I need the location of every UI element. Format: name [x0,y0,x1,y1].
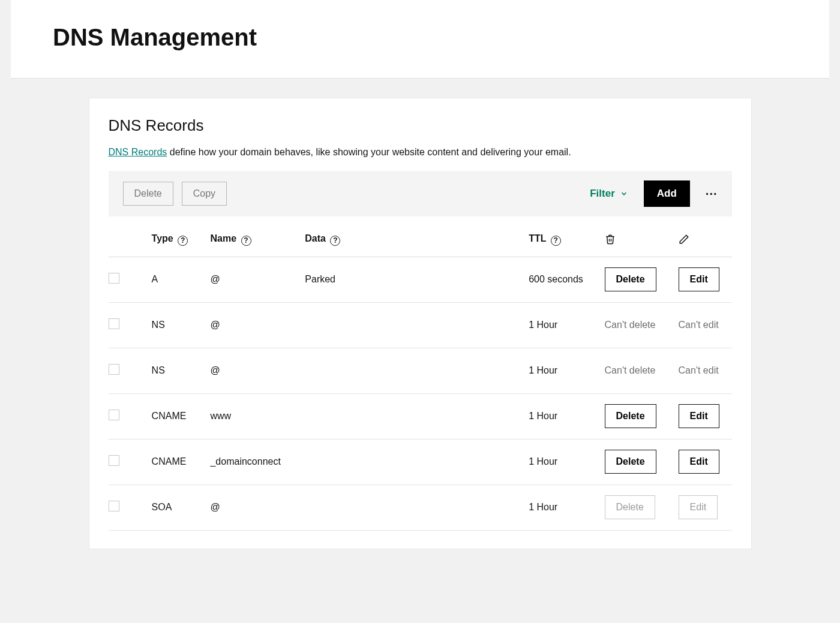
page-title: DNS Management [53,24,829,51]
cell-data [305,302,529,348]
table-row: NS@1 HourCan't deleteCan't edit [109,348,732,393]
pencil-icon [679,234,689,245]
cant-delete-label: Can't delete [605,320,656,330]
cell-name: @ [210,257,305,302]
cell-data [305,484,529,530]
cant-edit-label: Can't edit [679,365,719,375]
edit-row-button[interactable]: Edit [679,450,719,474]
cell-name: _domainconnect [210,439,305,484]
delete-row-button[interactable]: Delete [605,267,656,291]
cell-type: NS [152,348,211,393]
cant-edit-label: Can't edit [679,320,719,330]
cell-name: @ [210,348,305,393]
row-checkbox[interactable] [109,273,119,284]
filter-label: Filter [590,188,615,200]
table-row: CNAMEwww1 HourDeleteEdit [109,393,732,439]
cell-type: CNAME [152,439,211,484]
row-checkbox[interactable] [109,501,119,511]
column-header-name: Name ? [210,227,305,257]
copy-selected-button[interactable]: Copy [182,182,227,206]
help-icon[interactable]: ? [178,236,188,246]
add-record-button[interactable]: Add [644,180,690,207]
help-icon[interactable]: ? [551,236,561,246]
cell-type: NS [152,302,211,348]
section-description-text: define how your domain behaves, like sho… [167,147,571,157]
cell-data [305,393,529,439]
edit-row-button[interactable]: Edit [679,267,719,291]
edit-row-button[interactable]: Edit [679,404,719,428]
cell-ttl: 1 Hour [529,302,604,348]
delete-row-button[interactable]: Delete [605,404,656,428]
cell-type: CNAME [152,393,211,439]
cell-data [305,439,529,484]
dns-records-link[interactable]: DNS Records [109,147,167,157]
cell-ttl: 1 Hour [529,348,604,393]
dns-records-card: DNS Records DNS Records define how your … [89,98,752,549]
dns-records-table: Type ? Name ? Data ? TTL ? [109,227,732,531]
cell-ttl: 600 seconds [529,257,604,302]
help-icon[interactable]: ? [241,236,251,246]
row-checkbox[interactable] [109,410,119,420]
table-row: SOA@1 HourDeleteEdit [109,484,732,530]
column-header-edit [679,227,732,257]
column-header-type: Type ? [152,227,211,257]
filter-button[interactable]: Filter [590,188,628,200]
cell-data: Parked [305,257,529,302]
delete-selected-button[interactable]: Delete [123,182,173,206]
section-description: DNS Records define how your domain behav… [109,147,732,158]
row-checkbox[interactable] [109,455,119,466]
table-header-row: Type ? Name ? Data ? TTL ? [109,227,732,257]
row-checkbox[interactable] [109,318,119,329]
delete-row-button: Delete [605,495,655,519]
cell-ttl: 1 Hour [529,484,604,530]
cell-name: www [210,393,305,439]
more-menu-button[interactable]: ··· [706,187,718,201]
delete-row-button[interactable]: Delete [605,450,656,474]
column-header-delete [605,227,679,257]
table-row: CNAME_domainconnect1 HourDeleteEdit [109,439,732,484]
page-header: DNS Management [11,0,829,79]
cell-ttl: 1 Hour [529,439,604,484]
section-title: DNS Records [109,116,732,135]
column-header-ttl: TTL ? [529,227,604,257]
row-checkbox[interactable] [109,364,119,375]
cell-type: A [152,257,211,302]
cell-data [305,348,529,393]
column-header-data: Data ? [305,227,529,257]
table-row: NS@1 HourCan't deleteCan't edit [109,302,732,348]
cell-name: @ [210,484,305,530]
table-row: A@Parked600 secondsDeleteEdit [109,257,732,302]
edit-row-button: Edit [679,495,718,519]
cant-delete-label: Can't delete [605,365,656,375]
table-toolbar: Delete Copy Filter Add ··· [109,171,732,216]
cell-name: @ [210,302,305,348]
help-icon[interactable]: ? [330,236,340,246]
trash-icon [605,234,616,245]
cell-ttl: 1 Hour [529,393,604,439]
cell-type: SOA [152,484,211,530]
chevron-down-icon [620,189,628,198]
